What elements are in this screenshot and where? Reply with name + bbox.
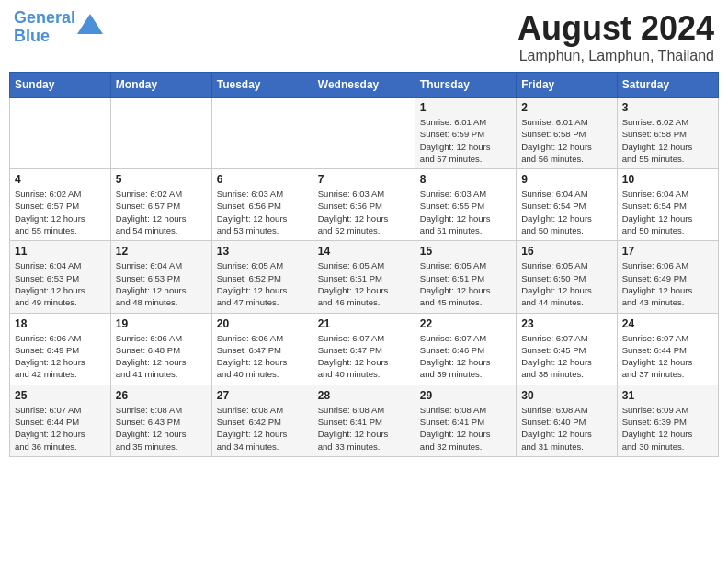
- day-number: 4: [15, 173, 106, 186]
- day-cell: 31Sunrise: 6:09 AM Sunset: 6:39 PM Dayli…: [617, 385, 718, 456]
- day-number: 30: [521, 389, 611, 402]
- day-cell: 4Sunrise: 6:02 AM Sunset: 6:57 PM Daylig…: [10, 169, 111, 241]
- day-info: Sunrise: 6:06 AM Sunset: 6:48 PM Dayligh…: [116, 332, 207, 381]
- day-cell: 22Sunrise: 6:07 AM Sunset: 6:46 PM Dayli…: [415, 313, 516, 385]
- day-number: 21: [318, 317, 410, 330]
- day-info: Sunrise: 6:07 AM Sunset: 6:44 PM Dayligh…: [15, 404, 106, 453]
- header-cell-saturday: Saturday: [617, 73, 718, 98]
- day-info: Sunrise: 6:08 AM Sunset: 6:43 PM Dayligh…: [116, 404, 207, 453]
- day-cell: 10Sunrise: 6:04 AM Sunset: 6:54 PM Dayli…: [617, 169, 718, 241]
- day-number: 17: [622, 245, 713, 258]
- day-info: Sunrise: 6:08 AM Sunset: 6:41 PM Dayligh…: [318, 404, 410, 453]
- logo-icon: [77, 14, 103, 34]
- day-number: 1: [420, 101, 511, 114]
- day-number: 18: [15, 317, 106, 330]
- day-cell: 3Sunrise: 6:02 AM Sunset: 6:58 PM Daylig…: [617, 98, 718, 169]
- day-number: 31: [622, 389, 713, 402]
- day-number: 10: [622, 173, 713, 186]
- day-number: 13: [217, 245, 308, 258]
- day-info: Sunrise: 6:08 AM Sunset: 6:41 PM Dayligh…: [420, 404, 511, 453]
- day-info: Sunrise: 6:05 AM Sunset: 6:51 PM Dayligh…: [420, 259, 511, 308]
- day-cell: 24Sunrise: 6:07 AM Sunset: 6:44 PM Dayli…: [617, 313, 718, 385]
- day-info: Sunrise: 6:01 AM Sunset: 6:58 PM Dayligh…: [521, 116, 611, 165]
- day-cell: 11Sunrise: 6:04 AM Sunset: 6:53 PM Dayli…: [10, 241, 111, 313]
- header-cell-sunday: Sunday: [10, 73, 111, 98]
- day-info: Sunrise: 6:02 AM Sunset: 6:57 PM Dayligh…: [116, 188, 207, 236]
- day-info: Sunrise: 6:09 AM Sunset: 6:39 PM Dayligh…: [622, 404, 713, 453]
- day-cell: [110, 98, 211, 169]
- header-cell-tuesday: Tuesday: [211, 73, 313, 98]
- logo-text: GeneralBlue: [14, 9, 75, 46]
- day-cell: 20Sunrise: 6:06 AM Sunset: 6:47 PM Dayli…: [211, 313, 313, 385]
- page-header: GeneralBlue August 2024 Lamphun, Lamphun…: [9, 9, 719, 64]
- day-cell: 18Sunrise: 6:06 AM Sunset: 6:49 PM Dayli…: [10, 313, 111, 385]
- day-info: Sunrise: 6:05 AM Sunset: 6:51 PM Dayligh…: [318, 259, 410, 308]
- day-info: Sunrise: 6:03 AM Sunset: 6:55 PM Dayligh…: [420, 188, 511, 236]
- day-number: 27: [217, 389, 308, 402]
- header-row: SundayMondayTuesdayWednesdayThursdayFrid…: [10, 73, 719, 98]
- day-number: 6: [217, 173, 308, 186]
- day-info: Sunrise: 6:07 AM Sunset: 6:44 PM Dayligh…: [622, 332, 713, 381]
- day-number: 24: [622, 317, 713, 330]
- day-number: 25: [15, 389, 106, 402]
- day-number: 22: [420, 317, 511, 330]
- day-cell: [211, 98, 313, 169]
- day-number: 15: [420, 245, 511, 258]
- day-cell: 29Sunrise: 6:08 AM Sunset: 6:41 PM Dayli…: [415, 385, 516, 456]
- calendar-body: 1Sunrise: 6:01 AM Sunset: 6:59 PM Daylig…: [10, 98, 719, 457]
- day-cell: 15Sunrise: 6:05 AM Sunset: 6:51 PM Dayli…: [415, 241, 516, 313]
- day-number: 3: [622, 101, 713, 114]
- day-info: Sunrise: 6:05 AM Sunset: 6:52 PM Dayligh…: [217, 259, 308, 308]
- day-number: 5: [116, 173, 207, 186]
- day-info: Sunrise: 6:08 AM Sunset: 6:40 PM Dayligh…: [521, 404, 611, 453]
- day-cell: 23Sunrise: 6:07 AM Sunset: 6:45 PM Dayli…: [517, 313, 617, 385]
- week-row-4: 18Sunrise: 6:06 AM Sunset: 6:49 PM Dayli…: [10, 313, 719, 385]
- day-info: Sunrise: 6:07 AM Sunset: 6:47 PM Dayligh…: [318, 332, 410, 381]
- main-title: August 2024: [518, 9, 714, 48]
- day-cell: 1Sunrise: 6:01 AM Sunset: 6:59 PM Daylig…: [415, 98, 516, 169]
- day-number: 7: [318, 173, 410, 186]
- day-cell: 28Sunrise: 6:08 AM Sunset: 6:41 PM Dayli…: [313, 385, 415, 456]
- day-cell: 13Sunrise: 6:05 AM Sunset: 6:52 PM Dayli…: [211, 241, 313, 313]
- day-cell: 14Sunrise: 6:05 AM Sunset: 6:51 PM Dayli…: [313, 241, 415, 313]
- day-info: Sunrise: 6:02 AM Sunset: 6:57 PM Dayligh…: [15, 188, 106, 236]
- day-info: Sunrise: 6:04 AM Sunset: 6:54 PM Dayligh…: [622, 188, 713, 236]
- day-info: Sunrise: 6:06 AM Sunset: 6:49 PM Dayligh…: [622, 259, 713, 308]
- subtitle: Lamphun, Lamphun, Thailand: [518, 48, 714, 64]
- calendar-header: SundayMondayTuesdayWednesdayThursdayFrid…: [10, 73, 719, 98]
- day-number: 19: [116, 317, 207, 330]
- day-cell: 12Sunrise: 6:04 AM Sunset: 6:53 PM Dayli…: [110, 241, 211, 313]
- day-info: Sunrise: 6:06 AM Sunset: 6:47 PM Dayligh…: [217, 332, 308, 381]
- day-info: Sunrise: 6:07 AM Sunset: 6:45 PM Dayligh…: [521, 332, 611, 381]
- header-cell-monday: Monday: [110, 73, 211, 98]
- day-number: 29: [420, 389, 511, 402]
- day-info: Sunrise: 6:06 AM Sunset: 6:49 PM Dayligh…: [15, 332, 106, 381]
- logo: GeneralBlue: [14, 9, 103, 46]
- day-info: Sunrise: 6:01 AM Sunset: 6:59 PM Dayligh…: [420, 116, 511, 165]
- calendar-table: SundayMondayTuesdayWednesdayThursdayFrid…: [9, 72, 719, 457]
- day-info: Sunrise: 6:02 AM Sunset: 6:58 PM Dayligh…: [622, 116, 713, 165]
- day-cell: 25Sunrise: 6:07 AM Sunset: 6:44 PM Dayli…: [10, 385, 111, 456]
- week-row-5: 25Sunrise: 6:07 AM Sunset: 6:44 PM Dayli…: [10, 385, 719, 456]
- day-cell: 5Sunrise: 6:02 AM Sunset: 6:57 PM Daylig…: [110, 169, 211, 241]
- day-info: Sunrise: 6:08 AM Sunset: 6:42 PM Dayligh…: [217, 404, 308, 453]
- day-cell: 21Sunrise: 6:07 AM Sunset: 6:47 PM Dayli…: [313, 313, 415, 385]
- day-cell: 2Sunrise: 6:01 AM Sunset: 6:58 PM Daylig…: [517, 98, 617, 169]
- day-number: 9: [521, 173, 611, 186]
- day-cell: 17Sunrise: 6:06 AM Sunset: 6:49 PM Dayli…: [617, 241, 718, 313]
- day-number: 8: [420, 173, 511, 186]
- day-cell: 26Sunrise: 6:08 AM Sunset: 6:43 PM Dayli…: [110, 385, 211, 456]
- day-number: 23: [521, 317, 611, 330]
- day-info: Sunrise: 6:03 AM Sunset: 6:56 PM Dayligh…: [318, 188, 410, 236]
- header-cell-thursday: Thursday: [415, 73, 516, 98]
- day-cell: 30Sunrise: 6:08 AM Sunset: 6:40 PM Dayli…: [517, 385, 617, 456]
- day-number: 14: [318, 245, 410, 258]
- svg-marker-0: [77, 14, 103, 34]
- day-info: Sunrise: 6:03 AM Sunset: 6:56 PM Dayligh…: [217, 188, 308, 236]
- header-cell-wednesday: Wednesday: [313, 73, 415, 98]
- day-info: Sunrise: 6:07 AM Sunset: 6:46 PM Dayligh…: [420, 332, 511, 381]
- day-cell: 6Sunrise: 6:03 AM Sunset: 6:56 PM Daylig…: [211, 169, 313, 241]
- day-cell: 8Sunrise: 6:03 AM Sunset: 6:55 PM Daylig…: [415, 169, 516, 241]
- day-number: 20: [217, 317, 308, 330]
- day-cell: 9Sunrise: 6:04 AM Sunset: 6:54 PM Daylig…: [517, 169, 617, 241]
